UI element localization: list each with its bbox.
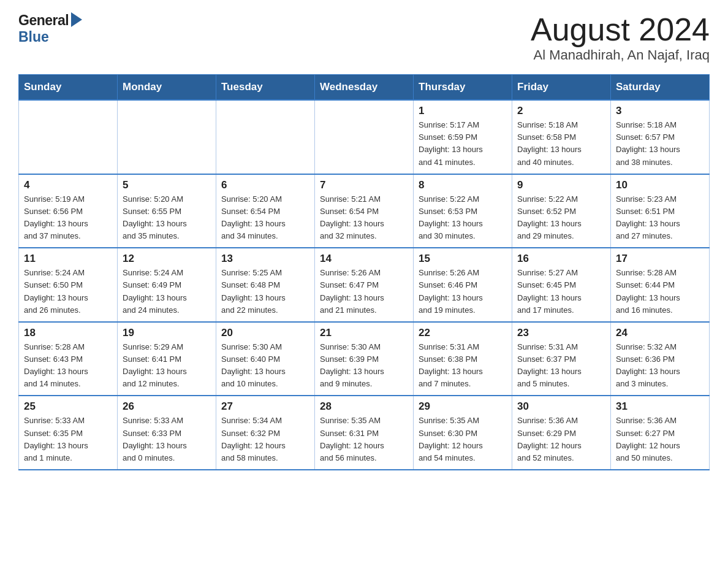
table-row: 28Sunrise: 5:35 AM Sunset: 6:31 PM Dayli…: [315, 396, 414, 470]
calendar-week-row: 18Sunrise: 5:28 AM Sunset: 6:43 PM Dayli…: [19, 322, 710, 396]
day-info: Sunrise: 5:18 AM Sunset: 6:57 PM Dayligh…: [616, 119, 704, 169]
day-info: Sunrise: 5:31 AM Sunset: 6:38 PM Dayligh…: [419, 341, 507, 391]
table-row: [118, 100, 216, 174]
table-row: 20Sunrise: 5:30 AM Sunset: 6:40 PM Dayli…: [216, 322, 315, 396]
header-thursday: Thursday: [414, 75, 512, 101]
day-info: Sunrise: 5:21 AM Sunset: 6:54 PM Dayligh…: [320, 193, 408, 243]
day-number: 23: [517, 327, 605, 339]
calendar-week-row: 11Sunrise: 5:24 AM Sunset: 6:50 PM Dayli…: [19, 248, 710, 322]
day-info: Sunrise: 5:29 AM Sunset: 6:41 PM Dayligh…: [123, 341, 211, 391]
day-number: 20: [221, 327, 309, 339]
logo-general-text: General: [18, 12, 69, 29]
table-row: 4Sunrise: 5:19 AM Sunset: 6:56 PM Daylig…: [19, 174, 118, 248]
logo-arrow-icon: [71, 12, 82, 27]
day-number: 10: [616, 179, 704, 191]
day-info: Sunrise: 5:22 AM Sunset: 6:53 PM Dayligh…: [419, 193, 507, 243]
day-info: Sunrise: 5:19 AM Sunset: 6:56 PM Dayligh…: [24, 193, 112, 243]
day-info: Sunrise: 5:32 AM Sunset: 6:36 PM Dayligh…: [616, 341, 704, 391]
day-info: Sunrise: 5:17 AM Sunset: 6:59 PM Dayligh…: [419, 119, 507, 169]
day-number: 17: [616, 253, 704, 265]
day-number: 4: [24, 179, 112, 191]
header-sunday: Sunday: [19, 75, 118, 101]
day-info: Sunrise: 5:26 AM Sunset: 6:47 PM Dayligh…: [320, 267, 408, 316]
calendar-table: Sunday Monday Tuesday Wednesday Thursday…: [18, 74, 710, 470]
calendar-subtitle: Al Manadhirah, An Najaf, Iraq: [531, 47, 710, 63]
calendar-week-row: 25Sunrise: 5:33 AM Sunset: 6:35 PM Dayli…: [19, 396, 710, 470]
day-info: Sunrise: 5:33 AM Sunset: 6:33 PM Dayligh…: [123, 415, 211, 464]
day-number: 16: [517, 253, 605, 265]
day-info: Sunrise: 5:28 AM Sunset: 6:43 PM Dayligh…: [24, 341, 112, 391]
table-row: 6Sunrise: 5:20 AM Sunset: 6:54 PM Daylig…: [216, 174, 315, 248]
day-info: Sunrise: 5:36 AM Sunset: 6:29 PM Dayligh…: [517, 415, 605, 464]
day-info: Sunrise: 5:20 AM Sunset: 6:55 PM Dayligh…: [123, 193, 211, 243]
day-number: 19: [123, 327, 211, 339]
day-info: Sunrise: 5:26 AM Sunset: 6:46 PM Dayligh…: [419, 267, 507, 316]
day-info: Sunrise: 5:31 AM Sunset: 6:37 PM Dayligh…: [517, 341, 605, 391]
table-row: 5Sunrise: 5:20 AM Sunset: 6:55 PM Daylig…: [118, 174, 216, 248]
day-number: 3: [616, 105, 704, 117]
day-number: 31: [616, 400, 704, 413]
table-row: 11Sunrise: 5:24 AM Sunset: 6:50 PM Dayli…: [19, 248, 118, 322]
day-number: 14: [320, 253, 408, 265]
day-info: Sunrise: 5:24 AM Sunset: 6:50 PM Dayligh…: [24, 267, 112, 316]
table-row: [216, 100, 315, 174]
day-number: 30: [517, 400, 605, 413]
header-wednesday: Wednesday: [315, 75, 414, 101]
table-row: 24Sunrise: 5:32 AM Sunset: 6:36 PM Dayli…: [611, 322, 710, 396]
day-number: 26: [123, 400, 211, 413]
day-number: 11: [24, 253, 112, 265]
day-info: Sunrise: 5:35 AM Sunset: 6:30 PM Dayligh…: [419, 415, 507, 464]
header-tuesday: Tuesday: [216, 75, 315, 101]
day-info: Sunrise: 5:35 AM Sunset: 6:31 PM Dayligh…: [320, 415, 408, 464]
table-row: 23Sunrise: 5:31 AM Sunset: 6:37 PM Dayli…: [512, 322, 611, 396]
day-number: 15: [419, 253, 507, 265]
day-number: 28: [320, 400, 408, 413]
table-row: 18Sunrise: 5:28 AM Sunset: 6:43 PM Dayli…: [19, 322, 118, 396]
day-number: 25: [24, 400, 112, 413]
table-row: 22Sunrise: 5:31 AM Sunset: 6:38 PM Dayli…: [414, 322, 512, 396]
day-info: Sunrise: 5:30 AM Sunset: 6:39 PM Dayligh…: [320, 341, 408, 391]
table-row: 30Sunrise: 5:36 AM Sunset: 6:29 PM Dayli…: [512, 396, 611, 470]
day-number: 5: [123, 179, 211, 191]
table-row: 10Sunrise: 5:23 AM Sunset: 6:51 PM Dayli…: [611, 174, 710, 248]
day-info: Sunrise: 5:20 AM Sunset: 6:54 PM Dayligh…: [221, 193, 309, 243]
day-info: Sunrise: 5:22 AM Sunset: 6:52 PM Dayligh…: [517, 193, 605, 243]
day-number: 29: [419, 400, 507, 413]
day-number: 7: [320, 179, 408, 191]
day-number: 27: [221, 400, 309, 413]
table-row: 29Sunrise: 5:35 AM Sunset: 6:30 PM Dayli…: [414, 396, 512, 470]
day-number: 22: [419, 327, 507, 339]
day-info: Sunrise: 5:28 AM Sunset: 6:44 PM Dayligh…: [616, 267, 704, 316]
table-row: 13Sunrise: 5:25 AM Sunset: 6:48 PM Dayli…: [216, 248, 315, 322]
day-number: 18: [24, 327, 112, 339]
day-number: 13: [221, 253, 309, 265]
table-row: 15Sunrise: 5:26 AM Sunset: 6:46 PM Dayli…: [414, 248, 512, 322]
table-row: 14Sunrise: 5:26 AM Sunset: 6:47 PM Dayli…: [315, 248, 414, 322]
header-monday: Monday: [118, 75, 216, 101]
table-row: 21Sunrise: 5:30 AM Sunset: 6:39 PM Dayli…: [315, 322, 414, 396]
calendar-week-row: 1Sunrise: 5:17 AM Sunset: 6:59 PM Daylig…: [19, 100, 710, 174]
table-row: 19Sunrise: 5:29 AM Sunset: 6:41 PM Dayli…: [118, 322, 216, 396]
title-block: August 2024 Al Manadhirah, An Najaf, Ira…: [531, 12, 710, 63]
table-row: 2Sunrise: 5:18 AM Sunset: 6:58 PM Daylig…: [512, 100, 611, 174]
day-info: Sunrise: 5:24 AM Sunset: 6:49 PM Dayligh…: [123, 267, 211, 316]
day-number: 1: [419, 105, 507, 117]
day-number: 6: [221, 179, 309, 191]
calendar-title: August 2024: [531, 12, 710, 47]
table-row: 25Sunrise: 5:33 AM Sunset: 6:35 PM Dayli…: [19, 396, 118, 470]
table-row: 17Sunrise: 5:28 AM Sunset: 6:44 PM Dayli…: [611, 248, 710, 322]
table-row: 16Sunrise: 5:27 AM Sunset: 6:45 PM Dayli…: [512, 248, 611, 322]
table-row: 9Sunrise: 5:22 AM Sunset: 6:52 PM Daylig…: [512, 174, 611, 248]
table-row: 26Sunrise: 5:33 AM Sunset: 6:33 PM Dayli…: [118, 396, 216, 470]
day-info: Sunrise: 5:33 AM Sunset: 6:35 PM Dayligh…: [24, 415, 112, 464]
day-info: Sunrise: 5:27 AM Sunset: 6:45 PM Dayligh…: [517, 267, 605, 316]
day-number: 9: [517, 179, 605, 191]
logo-blue-text: Blue: [18, 29, 49, 45]
table-row: [315, 100, 414, 174]
table-row: 31Sunrise: 5:36 AM Sunset: 6:27 PM Dayli…: [611, 396, 710, 470]
table-row: 1Sunrise: 5:17 AM Sunset: 6:59 PM Daylig…: [414, 100, 512, 174]
day-number: 24: [616, 327, 704, 339]
table-row: [19, 100, 118, 174]
logo: General Blue: [18, 12, 82, 45]
table-row: 3Sunrise: 5:18 AM Sunset: 6:57 PM Daylig…: [611, 100, 710, 174]
